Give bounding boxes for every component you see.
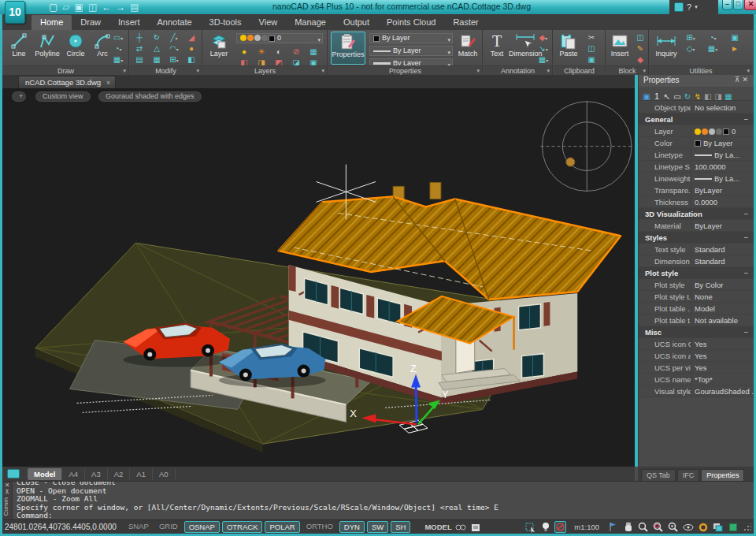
leader-icon[interactable]: ◆▾ (537, 32, 550, 43)
fit-view-icon[interactable] (727, 521, 739, 533)
tab-view[interactable]: View (250, 15, 287, 30)
dimension-style-icon[interactable]: ↘▾ (537, 43, 550, 54)
glasses-icon[interactable] (455, 521, 467, 533)
panel-tab-properties[interactable]: Properties (701, 469, 744, 481)
tab-points-cloud[interactable]: Points Cloud (378, 15, 444, 30)
toggle-polar[interactable]: POLAR (265, 521, 299, 533)
collapse-icon[interactable]: − (743, 208, 754, 219)
property-value[interactable]: By Layer (691, 137, 754, 148)
collapse-icon[interactable]: − (743, 232, 754, 243)
help-caret-icon[interactable]: ▾ (695, 4, 698, 10)
app-logo[interactable]: 10 (5, 1, 25, 24)
match-properties-button[interactable]: Match (454, 32, 481, 65)
copy-icon[interactable]: ⇄ (133, 43, 146, 54)
modify-group-footer[interactable]: Modify▾ (130, 65, 202, 75)
property-value[interactable]: 100.0000 (691, 161, 754, 172)
one-object-icon[interactable]: 1 (652, 91, 662, 102)
select-region-icon[interactable]: ▭ (673, 91, 682, 102)
property-value[interactable]: Yes (691, 338, 754, 349)
close-button[interactable]: ✕ (744, 0, 756, 10)
pan-hand-icon[interactable] (622, 521, 634, 533)
property-value[interactable]: By Color (691, 279, 754, 290)
collapse-icon[interactable]: − (743, 267, 754, 278)
unlock-icon[interactable]: ◨ (713, 91, 723, 102)
draw-group-footer[interactable]: Draw▾ (3, 65, 128, 75)
toggle-otrack[interactable]: OTRACK (222, 521, 263, 533)
pin-icon[interactable]: ⊼ (2, 489, 12, 496)
array-icon[interactable]: ⊞▾ (168, 54, 180, 65)
tab-home[interactable]: Home (32, 15, 72, 30)
line-button[interactable]: Line (5, 32, 33, 65)
close-command-icon[interactable]: ✕ (2, 482, 12, 489)
panel-tab-qs-tab[interactable]: QS Tab (641, 469, 676, 481)
move-icon[interactable]: ┼ (133, 32, 146, 43)
quick-calc-icon[interactable]: ▣ (728, 32, 741, 43)
new-file-icon[interactable]: ▢ (49, 2, 57, 13)
paste-button[interactable]: Paste (555, 32, 582, 65)
section-general[interactable]: General− (639, 114, 754, 125)
viewport-plus-control[interactable]: + (12, 91, 26, 102)
property-value[interactable]: 0.0000 (691, 196, 754, 207)
toggle-ortho[interactable]: ORTHO (302, 521, 337, 533)
zoom-window-icon[interactable] (652, 521, 664, 533)
hatch-icon[interactable]: ▦▾ (112, 54, 124, 65)
attributes-icon[interactable]: ◆ (634, 54, 647, 65)
no-constraints-icon[interactable] (554, 521, 566, 533)
refresh-selection-icon[interactable]: ↻ (683, 91, 692, 102)
toggle-osnap[interactable]: OSNAP (184, 521, 220, 533)
toggle-sh[interactable]: SH (391, 521, 410, 533)
layout-tab-a3[interactable]: A3 (85, 468, 108, 480)
edit-block-icon[interactable]: ✎ (634, 43, 647, 54)
linetype-select[interactable]: By Layer▾ (369, 46, 453, 56)
open-folder-icon[interactable]: ▱ (62, 2, 69, 13)
section-plot-style[interactable]: Plot style− (639, 267, 754, 279)
mirror-icon[interactable]: △ (150, 43, 163, 54)
insert-block-button[interactable]: Insert (607, 32, 632, 65)
ellipse-icon[interactable]: ◔▾ (112, 43, 124, 54)
paste-special-icon[interactable]: ▣ (585, 54, 598, 65)
toggle-dyn[interactable]: DYN (339, 521, 365, 533)
explode-icon[interactable]: ● (185, 43, 198, 54)
property-value[interactable]: By La... (691, 173, 754, 184)
orbit-icon[interactable] (682, 521, 694, 533)
make-block-icon[interactable]: ◫ (634, 32, 647, 43)
layer-on-off-icon[interactable]: ● (238, 47, 250, 58)
circle-button[interactable]: Circle (61, 32, 90, 65)
utilities-group-footer[interactable]: Utilities▾ (650, 65, 752, 75)
color-select[interactable]: By Layer▾ (369, 33, 453, 43)
layout-tab-a0[interactable]: A0 (153, 468, 176, 480)
save-as-icon[interactable]: ◫ (88, 2, 97, 13)
help-button[interactable]: ? (687, 2, 691, 12)
lock-icon[interactable]: ◧ (703, 91, 713, 102)
maximize-button[interactable]: □ (733, 0, 743, 10)
layout-tab-model[interactable]: Model (28, 468, 62, 480)
layout-tab-a1[interactable]: A1 (130, 468, 153, 480)
inquiry-button[interactable]: Inquiry (651, 32, 681, 65)
select-cursor-icon[interactable]: ↖ (662, 91, 672, 102)
properties-group-footer[interactable]: Properties▾ (328, 65, 482, 75)
property-value[interactable]: Yes (691, 350, 754, 361)
property-value[interactable]: By La... (691, 149, 754, 160)
panel-tab-ifc[interactable]: IFC (677, 469, 700, 481)
property-value[interactable]: None (691, 291, 754, 302)
tab-draw[interactable]: Draw (72, 15, 109, 30)
layer-lock-icon[interactable]: ◐ (272, 47, 285, 58)
clipboard-group-footer[interactable]: Clipboard (554, 65, 605, 75)
save-icon[interactable]: ▣ (75, 2, 83, 13)
layer-merge-icon[interactable]: ▦ (307, 47, 320, 58)
rectangle-icon[interactable]: ▭▾ (112, 32, 124, 43)
block-group-footer[interactable]: Block▾ (606, 65, 648, 75)
donut-icon[interactable] (697, 521, 709, 533)
erase-icon[interactable]: ◢ (185, 32, 198, 43)
property-value[interactable]: Standard (691, 244, 754, 255)
note-icon[interactable] (470, 521, 482, 533)
toggle-sw[interactable]: SW (367, 521, 388, 533)
fillet-icon[interactable]: ◠▾ (168, 43, 180, 54)
layer-freeze-icon[interactable]: ☀ (255, 47, 268, 58)
collapse-icon[interactable]: − (743, 326, 754, 337)
sheets-icon[interactable] (7, 469, 20, 478)
offset-icon[interactable]: ◧ (185, 54, 198, 65)
tab-manage[interactable]: Manage (286, 15, 335, 30)
view-compass[interactable] (540, 101, 633, 192)
property-value[interactable]: *Top* (691, 374, 754, 385)
